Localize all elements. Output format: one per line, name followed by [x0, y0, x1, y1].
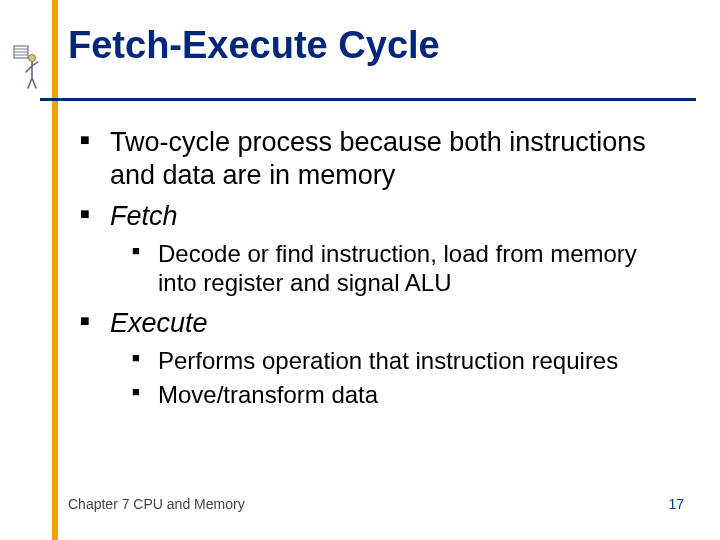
- footer-chapter: Chapter 7 CPU and Memory: [68, 496, 245, 512]
- subbullet-performs: Performs operation that instruction requ…: [132, 346, 672, 375]
- subbullet-text: Move/transform data: [158, 381, 378, 408]
- slide: Fetch-Execute Cycle Two-cycle process be…: [0, 0, 720, 540]
- subbullet-text: Performs operation that instruction requ…: [158, 347, 618, 374]
- bullet-text: Two-cycle process because both instructi…: [110, 127, 646, 190]
- footer-page-number: 17: [668, 496, 684, 512]
- svg-point-4: [29, 55, 36, 62]
- presenter-figure-icon: [12, 44, 40, 90]
- title-underline: [40, 98, 696, 101]
- subbullet-decode: Decode or find instruction, load from me…: [132, 239, 672, 298]
- slide-title: Fetch-Execute Cycle: [68, 24, 440, 67]
- slide-body: Two-cycle process because both instructi…: [80, 126, 672, 419]
- bullet-text: Fetch: [110, 201, 178, 231]
- bullet-two-cycle: Two-cycle process because both instructi…: [80, 126, 672, 192]
- subbullet-move: Move/transform data: [132, 380, 672, 409]
- vertical-accent-bar: [52, 0, 58, 540]
- bullet-fetch: Fetch Decode or find instruction, load f…: [80, 200, 672, 297]
- bullet-text: Execute: [110, 308, 208, 338]
- bullet-execute: Execute Performs operation that instruct…: [80, 307, 672, 408]
- subbullet-text: Decode or find instruction, load from me…: [158, 240, 637, 296]
